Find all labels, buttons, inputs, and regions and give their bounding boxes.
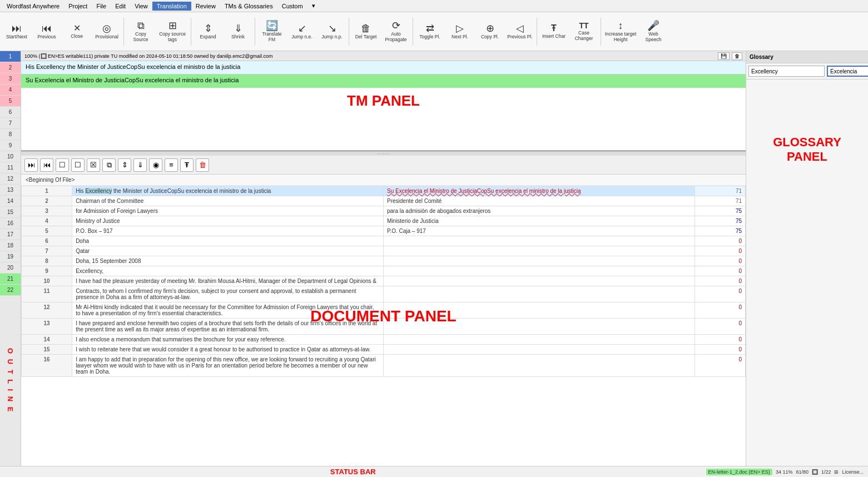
tm-resize-handle[interactable]: ⋯⋯⋯ (21, 151, 746, 156)
row-num-14[interactable]: 14 (0, 196, 21, 207)
seg-source-cell: Ministry of Justice (72, 216, 384, 226)
case-changer-button[interactable]: TT Case Changer (569, 14, 598, 49)
menu-review[interactable]: Review (191, 2, 220, 11)
seg-num-cell: 16 (22, 355, 72, 377)
copy-source-button[interactable]: ⧉ Copy Source (126, 14, 155, 49)
table-row[interactable]: 9Excellency,0 (22, 266, 746, 276)
doc-shrink-button[interactable]: ⇓ (133, 158, 147, 172)
glossary-content: GLOSSARYPANEL (746, 80, 868, 466)
translate-fm-button[interactable]: 🔄 Translate FM (257, 14, 286, 49)
row-num-1[interactable]: 1 (0, 51, 21, 62)
glossary-panel: Glossary ✏ GLOSSARYPANEL (746, 51, 868, 466)
row-num-5[interactable]: 5 (0, 96, 21, 107)
doc-align-button[interactable]: ≡ (165, 158, 178, 172)
row-num-18[interactable]: 18 (0, 240, 21, 251)
menu-edit[interactable]: Edit (111, 2, 130, 11)
copy-source-tags-button[interactable]: ⊞ Copy source tags (156, 14, 189, 49)
doc-del-button[interactable]: 🗑 (196, 158, 209, 172)
table-row[interactable]: 10I have had the pleasure yesterday of m… (22, 276, 746, 286)
seg-score-cell: 0 (695, 256, 745, 266)
row-num-7[interactable]: 7 (0, 118, 21, 129)
copy-pl-label: Copy Pl. (481, 34, 499, 39)
close-button[interactable]: ✕ Close (62, 14, 91, 49)
row-num-9[interactable]: 9 (0, 140, 21, 151)
tm-delete-button[interactable]: 🗑 (732, 52, 742, 60)
table-row[interactable]: 3for Admission of Foreign Lawyerspara la… (22, 206, 746, 216)
menu-project[interactable]: Project (64, 2, 92, 11)
doc-table-container[interactable]: 1His Excellency the Minister of JusticeC… (21, 186, 746, 466)
menu-custom[interactable]: Custom (277, 2, 307, 11)
row-num-12[interactable]: 12 (0, 173, 21, 185)
seg-target-cell (384, 335, 695, 345)
toggle-pl-button[interactable]: ⇄ Toggle Pl. (415, 14, 444, 49)
translate-fm-label: Translate FM (259, 32, 285, 42)
menu-tms-glossaries[interactable]: TMs & Glossaries (220, 2, 277, 11)
seg-score-cell: 0 (695, 335, 745, 345)
doc-circle-button[interactable]: ◉ (149, 158, 162, 172)
doc-copy-button[interactable]: ⧉ (102, 158, 116, 172)
table-row[interactable]: 6Doha0 (22, 236, 746, 246)
auto-propagate-button[interactable]: ⟳ Auto Propagate (381, 14, 410, 49)
table-row[interactable]: 8Doha, 15 September 20080 (22, 256, 746, 266)
jump-np-button[interactable]: ↘ Jump n.p. (318, 14, 346, 49)
menu-view[interactable]: View (130, 2, 152, 11)
row-num-22[interactable]: 22 (0, 285, 21, 296)
table-row[interactable]: 14I also enclose a memorandum that summa… (22, 335, 746, 345)
increase-target-height-button[interactable]: ↕ Increase target Height (603, 14, 638, 49)
table-row[interactable]: 11Contracts, to whom I confirmed my firm… (22, 286, 746, 302)
row-num-2[interactable]: 2 (0, 62, 21, 73)
expand-button[interactable]: ⇕ Expand (194, 14, 222, 49)
tm-save-button[interactable]: 💾 (718, 52, 730, 60)
table-row[interactable]: 12Mr Al-Hitmi kindly indicated that it w… (22, 302, 746, 319)
insert-char-button[interactable]: Ŧ Insert Char (539, 14, 568, 49)
row-num-11[interactable]: 11 (0, 162, 21, 173)
previous-pl-button[interactable]: ◁ Previous Pl. (505, 14, 534, 49)
table-row[interactable]: 1His Excellency the Minister of JusticeC… (22, 186, 746, 196)
glossary-target-input[interactable] (827, 66, 868, 77)
row-num-15[interactable]: 15 (0, 207, 21, 218)
table-row[interactable]: 4Ministry of JusticeMinisterio de Justic… (22, 216, 746, 226)
row-num-16[interactable]: 16 (0, 218, 21, 229)
web-speech-button[interactable]: 🎤 Web Speech (639, 14, 668, 49)
table-row[interactable]: 15I wish to reiterate here that we would… (22, 345, 746, 355)
doc-expand-button[interactable]: ⇕ (118, 158, 131, 172)
row-num-6[interactable]: 6 (0, 107, 21, 118)
jump-ne-button[interactable]: ↙ Jump n.e. (287, 14, 316, 49)
table-row[interactable]: 16I am happy to add that in preparation … (22, 355, 746, 377)
row-num-8[interactable]: 8 (0, 129, 21, 140)
row-num-4[interactable]: 4 (0, 85, 21, 96)
row-num-19[interactable]: 19 (0, 251, 21, 262)
menu-translation[interactable]: Translation (152, 2, 191, 11)
copy-pl-button[interactable]: ⊕ Copy Pl. (475, 14, 504, 49)
provisional-button[interactable]: ◎ Provisional (92, 14, 121, 49)
row-num-17[interactable]: 17 (0, 229, 21, 240)
glossary-source-input[interactable] (748, 66, 825, 77)
doc-box2-button[interactable]: ☐ (71, 158, 85, 172)
doc-start-next-button[interactable]: ⏭ (24, 158, 38, 172)
row-num-20[interactable]: 20 (0, 262, 21, 274)
doc-box1-button[interactable]: ☐ (56, 158, 69, 172)
start-next-button[interactable]: ⏭ Start/Next (2, 14, 31, 49)
seg-source-cell: I wish to reiterate here that we would c… (72, 345, 384, 355)
toolbar: ⏭ Start/Next ⏮ Previous ✕ Close ◎ Provis… (0, 12, 868, 51)
table-row[interactable]: 7Qatar0 (22, 246, 746, 256)
status-percent: 34 11% (776, 469, 793, 475)
doc-close-button[interactable]: ☒ (87, 158, 100, 172)
menu-wordfast[interactable]: Wordfast Anywhere (2, 2, 64, 11)
del-target-button[interactable]: 🗑 Del Target (351, 14, 380, 49)
shrink-button[interactable]: ⇓ Shrink (224, 14, 252, 49)
menu-file[interactable]: File (92, 2, 111, 11)
row-num-13[interactable]: 13 (0, 185, 21, 196)
menu-more[interactable]: ▾ (307, 1, 320, 11)
doc-previous-button[interactable]: ⏮ (40, 158, 53, 172)
row-num-10[interactable]: 10 (0, 151, 21, 162)
table-row[interactable]: 2Chairman of the CommitteePresidente del… (22, 196, 746, 206)
row-num-3[interactable]: 3 (0, 73, 21, 85)
table-row[interactable]: 13I have prepared and enclose herewith t… (22, 319, 746, 335)
previous-button[interactable]: ⏮ Previous (32, 14, 61, 49)
table-row[interactable]: 5P.O. Box – 917P.O. Caja – 91775 (22, 226, 746, 236)
row-num-21[interactable]: 21 (0, 274, 21, 285)
doc-insert-button[interactable]: Ŧ (180, 158, 194, 172)
start-next-label: Start/Next (6, 34, 27, 39)
next-pl-button[interactable]: ▷ Next Pl. (445, 14, 474, 49)
